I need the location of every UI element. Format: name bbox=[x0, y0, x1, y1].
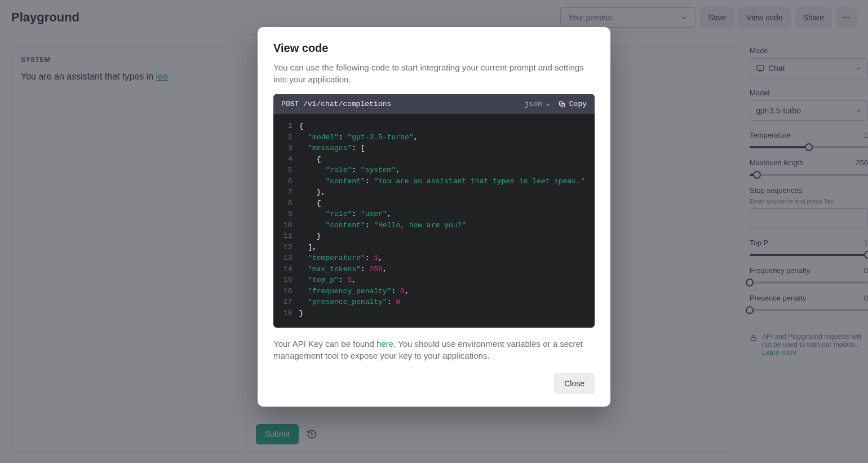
view-code-modal: View code You can use the following code… bbox=[258, 27, 610, 407]
modal-description: You can use the following code to start … bbox=[273, 61, 595, 85]
copy-button[interactable]: Copy bbox=[558, 100, 587, 108]
close-button[interactable]: Close bbox=[554, 373, 595, 394]
code-header: POST /v1/chat/completions json Copy bbox=[273, 94, 595, 114]
copy-icon bbox=[558, 100, 566, 108]
chevron-down-icon bbox=[544, 101, 551, 108]
modal-actions: Close bbox=[273, 373, 595, 394]
code-block: POST /v1/chat/completions json Copy 1 2 … bbox=[273, 94, 595, 328]
api-key-here-link[interactable]: here bbox=[377, 339, 393, 349]
code-lines: { "model": "gpt-3.5-turbo", "messages": … bbox=[299, 121, 595, 319]
language-picker[interactable]: json bbox=[525, 100, 551, 108]
code-endpoint: POST /v1/chat/completions bbox=[281, 100, 518, 108]
modal-title: View code bbox=[273, 42, 595, 55]
code-body[interactable]: 1 2 3 4 5 6 7 8 9 10 11 12 13 14 15 16 1… bbox=[273, 114, 595, 328]
code-line-numbers: 1 2 3 4 5 6 7 8 9 10 11 12 13 14 15 16 1… bbox=[273, 121, 299, 319]
modal-footer-note: Your API Key can be found here. You shou… bbox=[273, 338, 595, 361]
modal-overlay[interactable]: View code You can use the following code… bbox=[0, 0, 868, 463]
